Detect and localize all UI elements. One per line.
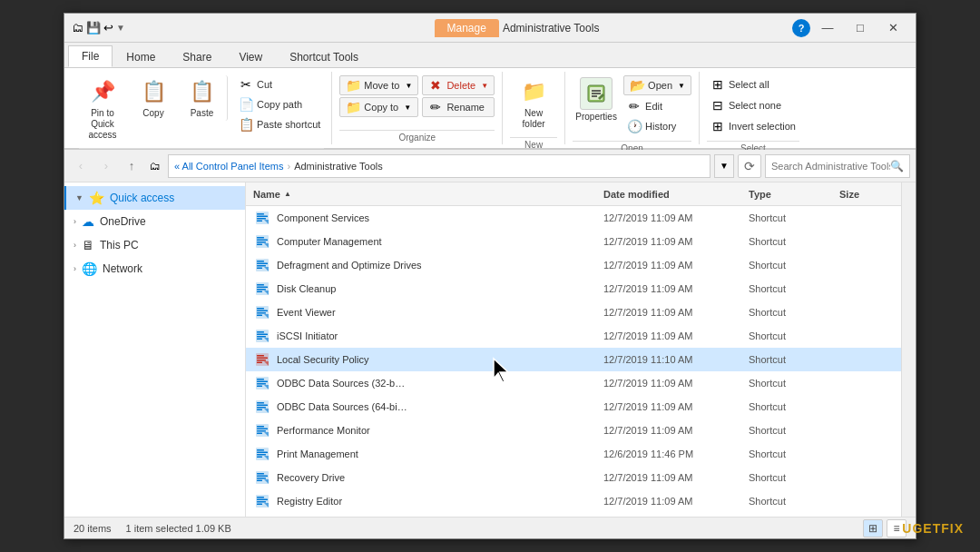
file-icon	[253, 492, 271, 510]
file-icon	[253, 209, 271, 227]
column-name[interactable]: Name ▲	[253, 189, 603, 200]
file-type: Shortcut	[749, 236, 839, 247]
svg-rect-18	[257, 265, 266, 267]
save-icon: 💾	[86, 21, 101, 34]
select-none-button[interactable]: ⊟ Select none	[707, 96, 785, 114]
table-row[interactable]: Computer Management 12/7/2019 11:09 AM S…	[246, 230, 901, 253]
tab-home[interactable]: Home	[113, 46, 169, 67]
manage-tab-badge[interactable]: Manage	[435, 19, 499, 37]
select-all-button[interactable]: ⊞ Select all	[707, 75, 773, 94]
sidebar-item-onedrive[interactable]: › ☁ OneDrive	[64, 210, 245, 233]
paste-button[interactable]: 📋 Paste	[181, 75, 228, 121]
refresh-button[interactable]: ⟳	[738, 154, 761, 178]
maximize-button[interactable]: □	[845, 16, 876, 40]
file-icon	[253, 280, 271, 298]
move-to-button[interactable]: 📁 Move to ▼	[339, 75, 418, 95]
filelist-header: Name ▲ Date modified Type Size	[246, 182, 901, 206]
minimize-button[interactable]: —	[812, 16, 843, 40]
up-button[interactable]: ↑	[121, 155, 142, 177]
file-date: 12/7/2019 11:09 AM	[603, 330, 749, 341]
svg-rect-46	[257, 402, 264, 404]
file-name: Local Security Policy	[277, 354, 603, 365]
address-part2: Administrative Tools	[294, 161, 383, 172]
svg-rect-11	[257, 237, 264, 239]
rename-button[interactable]: ✏ Rename	[422, 97, 495, 117]
copy-button[interactable]: 📋 Copy	[130, 75, 177, 121]
forward-button[interactable]: ›	[95, 155, 117, 177]
svg-rect-57	[257, 452, 268, 454]
tab-shortcut-tools[interactable]: Shortcut Tools	[276, 46, 372, 67]
paste-shortcut-button[interactable]: 📋 Paste shortcut	[235, 115, 324, 133]
cut-button[interactable]: ✂ Cut	[235, 75, 324, 94]
svg-rect-56	[257, 449, 264, 451]
column-type[interactable]: Type	[749, 189, 839, 200]
table-row[interactable]: Local Security Policy 12/7/2019 11:10 AM…	[246, 348, 901, 371]
file-icon	[253, 350, 271, 369]
column-size[interactable]: Size	[839, 189, 894, 200]
new-folder-icon: 📁	[519, 77, 548, 106]
svg-rect-19	[257, 268, 262, 270]
search-box[interactable]: 🔍	[765, 154, 910, 178]
table-row[interactable]: Component Services 12/7/2019 11:09 AM Sh…	[246, 206, 901, 230]
svg-rect-21	[257, 284, 264, 286]
svg-rect-52	[257, 429, 268, 430]
file-name: Event Viewer	[277, 307, 603, 318]
table-row[interactable]: Performance Monitor 12/7/2019 11:09 AM S…	[246, 419, 901, 442]
sidebar-item-network[interactable]: › 🌐 Network	[64, 257, 245, 281]
file-icon	[253, 468, 271, 487]
open-button[interactable]: 📂 Open ▼	[623, 75, 691, 95]
file-icon	[253, 303, 271, 321]
invert-selection-button[interactable]: ⊞ Invert selection	[707, 117, 799, 135]
table-row[interactable]: Defragment and Optimize Drives 12/7/2019…	[246, 253, 901, 277]
close-button[interactable]: ✕	[877, 16, 908, 40]
table-row[interactable]: ODBC Data Sources (64-bi… 12/7/2019 11:0…	[246, 395, 901, 419]
expand-icon-pc: ›	[74, 241, 76, 250]
scrollbar[interactable]	[901, 182, 916, 517]
tab-share[interactable]: Share	[169, 46, 225, 67]
sidebar-item-this-pc[interactable]: › 🖥 This PC	[64, 233, 245, 257]
svg-rect-23	[257, 289, 266, 291]
svg-rect-17	[257, 263, 268, 265]
column-date[interactable]: Date modified	[603, 189, 749, 200]
tab-file[interactable]: File	[68, 45, 113, 67]
file-date: 12/7/2019 11:09 AM	[603, 283, 749, 294]
file-type: Shortcut	[749, 378, 839, 389]
table-row[interactable]: Recovery Drive 12/7/2019 11:09 AM Shortc…	[246, 466, 901, 489]
copy-to-button[interactable]: 📁 Copy to ▼	[339, 97, 418, 117]
svg-rect-7	[257, 216, 268, 218]
table-row[interactable]: Registry Editor 12/7/2019 11:09 AM Short…	[246, 489, 901, 513]
paste-shortcut-icon: 📋	[239, 117, 253, 132]
svg-rect-61	[257, 473, 264, 475]
large-icons-view-button[interactable]: ⊞	[863, 519, 883, 537]
help-button[interactable]: ?	[792, 19, 810, 37]
file-date: 12/7/2019 11:09 AM	[603, 496, 749, 507]
svg-rect-14	[257, 244, 262, 246]
pin-to-quick-access-button[interactable]: 📌 Pin to Quick access	[79, 75, 126, 143]
address-bar[interactable]: « All Control Panel Items › Administrati…	[168, 154, 710, 178]
svg-rect-34	[257, 339, 262, 340]
table-row[interactable]: Disk Cleanup 12/7/2019 11:09 AM Shortcut	[246, 277, 901, 301]
tab-view[interactable]: View	[225, 46, 276, 67]
pin-icon: 📌	[88, 77, 117, 106]
svg-rect-41	[257, 379, 264, 380]
search-input[interactable]	[771, 161, 890, 172]
history-button[interactable]: 🕐 History	[623, 117, 691, 135]
back-button[interactable]: ‹	[70, 155, 92, 177]
new-folder-button[interactable]: 📁 New folder	[510, 75, 557, 132]
table-row[interactable]: Event Viewer 12/7/2019 11:09 AM Shortcut	[246, 301, 901, 324]
svg-rect-29	[257, 315, 262, 317]
file-icon	[253, 374, 271, 392]
qat-dropdown[interactable]: ▼	[116, 23, 125, 33]
address-dropdown[interactable]: ▼	[714, 154, 734, 178]
copy-path-button[interactable]: 📄 Copy path	[235, 95, 324, 113]
file-name: Recovery Drive	[277, 472, 603, 483]
sidebar-item-quick-access[interactable]: ▼ ⭐ Quick access	[64, 186, 245, 210]
delete-button[interactable]: ✖ Delete ▼	[422, 75, 495, 95]
table-row[interactable]: iSCSI Initiator 12/7/2019 11:09 AM Short…	[246, 324, 901, 348]
table-row[interactable]: Print Management 12/6/2019 11:46 PM Shor…	[246, 442, 901, 466]
svg-rect-53	[257, 430, 266, 432]
edit-button[interactable]: ✏ Edit	[623, 97, 691, 115]
svg-rect-67	[257, 499, 268, 501]
table-row[interactable]: ODBC Data Sources (32-b… 12/7/2019 11:09…	[246, 371, 901, 395]
properties-button[interactable]: Properties	[573, 75, 620, 124]
